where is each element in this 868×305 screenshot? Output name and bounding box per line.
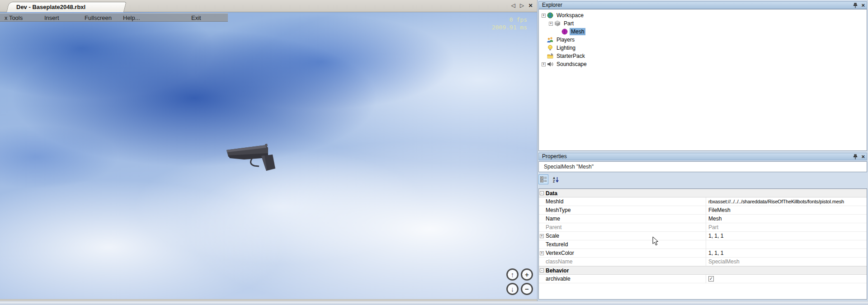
menu-item-tools[interactable]: x Tools: [5, 14, 23, 21]
lighting-icon: [547, 45, 553, 51]
collapse-icon[interactable]: -: [540, 268, 544, 272]
dock-panel: Explorer × + Workspace + Part: [537, 0, 868, 301]
property-value[interactable]: rbxasset://../../../shareddata/RiseOfThe…: [706, 197, 867, 206]
expand-icon[interactable]: +: [549, 22, 553, 26]
starterpack-icon: [547, 53, 553, 59]
zoom-out-button[interactable]: −: [521, 283, 533, 295]
menu-item-insert[interactable]: Insert: [44, 14, 59, 21]
players-icon: [547, 37, 553, 43]
property-value[interactable]: Mesh: [706, 215, 867, 223]
properties-toolbar: A Z: [538, 174, 561, 186]
expand-icon[interactable]: +: [542, 14, 546, 18]
tab-scroll-left-icon[interactable]: ◁: [511, 1, 515, 9]
tab-title: Dev - Baseplate2048.rbxl: [16, 4, 85, 10]
expand-icon[interactable]: +: [540, 234, 544, 238]
tree-item-workspace[interactable]: + Workspace: [539, 11, 867, 19]
menu-bar: x Tools Insert Fullscreen Help... Exit: [0, 13, 228, 22]
property-value[interactable]: [706, 240, 867, 249]
menu-item-help[interactable]: Help...: [123, 14, 140, 21]
section-label: Behavior: [546, 267, 569, 274]
collapse-icon[interactable]: -: [540, 191, 544, 195]
tree-item-label: Players: [555, 36, 576, 43]
property-value[interactable]: FileMesh: [706, 206, 867, 214]
property-label: VertexColor: [546, 250, 574, 256]
tree-item-label: Lighting: [555, 44, 577, 52]
property-row-scale[interactable]: + Scale 1, 1, 1: [539, 232, 867, 240]
fps-counter: 0 fps: [492, 16, 527, 23]
camera-navpad: ↑ + ↓ −: [506, 268, 534, 296]
section-label: Data: [546, 190, 557, 197]
document-tab[interactable]: Dev - Baseplate2048.rbxl: [6, 2, 124, 12]
tree-item-players[interactable]: Players: [539, 36, 867, 44]
part-icon: [554, 20, 561, 27]
property-row-parent[interactable]: Parent Part: [539, 223, 867, 232]
tab-close-icon[interactable]: ×: [528, 1, 533, 9]
tree-item-soundscape[interactable]: + Soundscape: [539, 60, 867, 68]
mouse-cursor: [652, 236, 659, 246]
explorer-title: Explorer: [542, 2, 562, 8]
property-row-classname[interactable]: className SpecialMesh: [539, 258, 867, 266]
section-row-behavior[interactable]: - Behavior: [539, 266, 867, 275]
property-grid: - Data MeshId rbxasset://../../../shared…: [538, 188, 867, 300]
property-label: MeshId: [546, 198, 563, 205]
3d-viewport[interactable]: x Tools Insert Fullscreen Help... Exit 0…: [0, 12, 537, 300]
tree-item-starterpack[interactable]: StarterPack: [539, 52, 867, 60]
tree-item-lighting[interactable]: Lighting: [539, 44, 867, 52]
alphabetical-sort-button[interactable]: A Z: [551, 174, 561, 184]
tab-strip: Dev - Baseplate2048.rbxl ◁ ▷ ×: [0, 0, 537, 12]
workspace-globe-icon: [547, 12, 553, 19]
property-label: Scale: [546, 233, 559, 239]
viewport-pane: Dev - Baseplate2048.rbxl ◁ ▷ × x Tools I…: [0, 0, 537, 301]
pin-icon[interactable]: [853, 3, 858, 8]
archivable-checkbox[interactable]: ✓: [708, 276, 714, 282]
property-row-archivable[interactable]: archivable ✓: [539, 275, 867, 283]
property-row-meshid[interactable]: MeshId rbxasset://../../../shareddata/Ri…: [539, 197, 867, 206]
property-row-vertexcolor[interactable]: + VertexColor 1, 1, 1: [539, 249, 867, 258]
categorized-view-icon: [540, 176, 547, 183]
menu-item-fullscreen[interactable]: Fullscreen: [85, 14, 112, 21]
properties-close-icon[interactable]: ×: [861, 154, 865, 160]
status-bar: [0, 301, 868, 305]
property-row-meshtype[interactable]: MeshType FileMesh: [539, 206, 867, 215]
section-row-data[interactable]: - Data: [539, 189, 867, 197]
pan-up-button[interactable]: ↑: [506, 268, 519, 281]
selected-object-box: SpecialMesh "Mesh": [538, 161, 867, 172]
pan-down-button[interactable]: ↓: [506, 283, 519, 295]
tree-item-mesh[interactable]: Mesh: [539, 28, 867, 36]
explorer-close-icon[interactable]: ×: [861, 2, 865, 9]
tab-scroll-right-icon[interactable]: ▷: [520, 1, 524, 9]
property-row-textureid[interactable]: TextureId: [539, 240, 867, 249]
mesh-icon: [561, 28, 568, 35]
property-row-name[interactable]: Name Mesh: [539, 215, 867, 223]
properties-title: Properties: [542, 153, 567, 160]
expand-icon[interactable]: +: [542, 62, 546, 66]
pin-icon[interactable]: [853, 154, 858, 160]
property-value[interactable]: 1, 1, 1: [706, 232, 867, 240]
property-value: SpecialMesh: [706, 258, 867, 266]
frame-time-counter: 2009.91 ms: [492, 23, 527, 31]
property-label: MeshType: [546, 207, 571, 213]
svg-text:A: A: [553, 176, 555, 179]
zoom-in-button[interactable]: +: [521, 268, 533, 281]
alphabetical-sort-icon: A Z: [553, 176, 559, 183]
property-value: Part: [706, 223, 867, 231]
menu-item-exit[interactable]: Exit: [191, 14, 201, 21]
explorer-header: Explorer ×: [538, 1, 867, 9]
property-label: Name: [546, 216, 560, 222]
properties-header: Properties ×: [538, 153, 867, 160]
categorized-view-button[interactable]: [538, 174, 548, 184]
performance-overlay: 0 fps 2009.91 ms: [492, 16, 527, 31]
property-label: Parent: [546, 224, 561, 230]
tree-item-label: StarterPack: [555, 52, 586, 60]
tree-item-part[interactable]: + Part: [539, 19, 867, 28]
expand-icon[interactable]: +: [540, 251, 544, 255]
property-label: archivable: [546, 276, 571, 282]
tree-item-label: Part: [562, 20, 575, 27]
property-label: className: [546, 258, 572, 265]
property-value[interactable]: 1, 1, 1: [706, 249, 867, 257]
soundscape-icon: [547, 61, 553, 67]
tree-item-label: Workspace: [555, 12, 585, 19]
selected-object-label: SpecialMesh "Mesh": [544, 164, 594, 170]
explorer-tree: + Workspace + Part Mesh: [538, 9, 867, 151]
pistol-mesh-object[interactable]: [225, 141, 278, 172]
